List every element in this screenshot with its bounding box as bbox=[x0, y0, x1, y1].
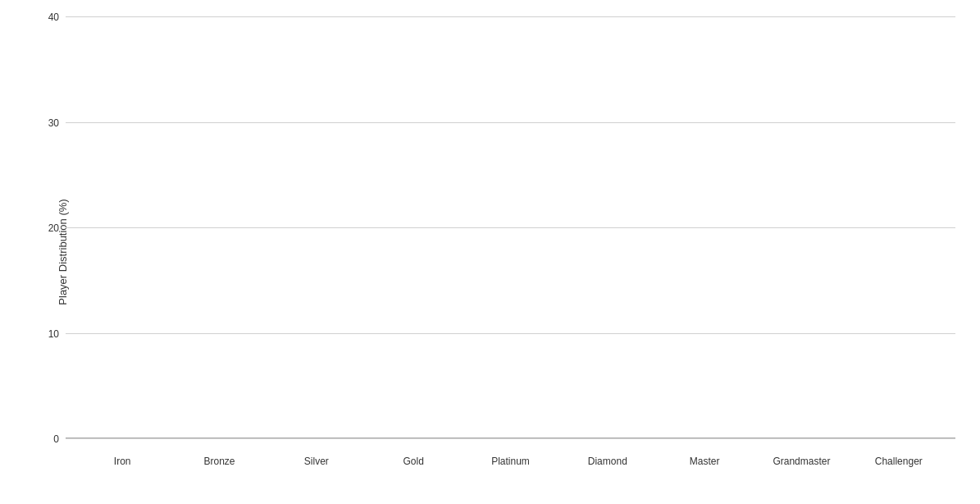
x-label: Silver bbox=[268, 456, 365, 467]
x-label: Bronze bbox=[171, 456, 267, 467]
grid-line: 0 bbox=[66, 438, 955, 439]
chart-container: Player Distribution (%) 010203040 IronBr… bbox=[0, 0, 980, 504]
x-label: Iron bbox=[74, 456, 171, 467]
y-tick-label: 30 bbox=[48, 117, 59, 129]
x-labels: IronBronzeSilverGoldPlatinumDiamondMaste… bbox=[66, 456, 955, 467]
x-label: Gold bbox=[365, 456, 462, 467]
x-label: Diamond bbox=[559, 456, 656, 467]
y-tick-label: 40 bbox=[48, 11, 59, 23]
y-tick-label: 0 bbox=[53, 433, 59, 445]
x-axis-line bbox=[66, 438, 955, 438]
chart-area: 010203040 IronBronzeSilverGoldPlatinumDi… bbox=[66, 16, 955, 438]
x-label: Challenger bbox=[850, 456, 947, 467]
x-label: Master bbox=[656, 456, 753, 467]
x-label: Platinum bbox=[462, 456, 558, 467]
y-tick-label: 20 bbox=[48, 222, 59, 234]
bars-wrapper bbox=[66, 16, 955, 438]
x-label: Grandmaster bbox=[753, 456, 850, 467]
y-tick-label: 10 bbox=[48, 328, 59, 340]
